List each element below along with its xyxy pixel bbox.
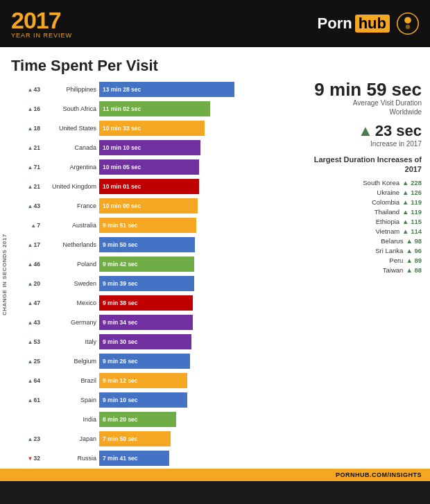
- country-name: Canada: [42, 144, 99, 151]
- largest-box: Largest Duration Increases of 2017 South…: [305, 155, 422, 276]
- bar: 9 min 50 sec: [99, 237, 195, 252]
- country-name: United States: [42, 125, 99, 132]
- bar: 10 min 01 sec: [99, 179, 199, 194]
- avg-duration-block: 9 min 59 sec Average Visit Duration Worl…: [314, 80, 422, 116]
- bar-container: 13 min 28 sec: [99, 82, 234, 97]
- change-value: ▲17: [22, 241, 42, 248]
- footer: PORNHUB.COM/INSIGHTS: [0, 469, 430, 481]
- change-value: ▲61: [22, 397, 42, 403]
- change-value: ▲71: [22, 164, 42, 171]
- table-row: ▲7Australia9 min 51 sec: [22, 216, 234, 234]
- arrow-up-icon: ▲: [28, 145, 33, 151]
- bar-label: 10 min 10 sec: [99, 140, 200, 155]
- arrow-up-icon: ▲: [28, 320, 33, 326]
- largest-country-value: ▲ 114: [402, 227, 422, 235]
- country-name: Poland: [42, 261, 99, 268]
- table-row: ▲25Belgium9 min 26 sec: [22, 352, 234, 370]
- table-row: ▲43France10 min 00 sec: [22, 197, 234, 215]
- bar-container: 7 min 50 sec: [99, 431, 234, 446]
- largest-country-value: ▲ 126: [402, 189, 422, 196]
- list-item: Sri Lanka▲ 96: [305, 247, 422, 254]
- largest-title: Largest Duration Increases of 2017: [305, 155, 422, 175]
- arrow-up-icon: ▲: [28, 436, 33, 442]
- bar-label: 9 min 26 sec: [99, 354, 190, 369]
- brand-word1: Porn: [318, 15, 352, 33]
- change-value: ▲25: [22, 358, 42, 365]
- bar-container: 9 min 38 sec: [99, 295, 234, 311]
- change-value: ▲43: [22, 86, 42, 93]
- change-value: ▲7: [22, 222, 42, 229]
- brand-icon: [397, 12, 419, 35]
- bar-container: 10 min 01 sec: [99, 179, 234, 194]
- bar-label: 9 min 10 sec: [99, 392, 187, 408]
- largest-country-name: Thailand: [305, 208, 399, 216]
- bar-label: 9 min 12 sec: [99, 373, 187, 388]
- country-name: South Africa: [42, 105, 99, 112]
- bar-label: 9 min 39 sec: [99, 276, 194, 291]
- bar-container: 9 min 39 sec: [99, 276, 234, 291]
- bar-container: 9 min 10 sec: [99, 392, 234, 408]
- list-item: Taiwan▲ 88: [305, 266, 422, 274]
- bar: 10 min 00 sec: [99, 198, 198, 214]
- table-row: ▲71Argentina10 min 05 sec: [22, 158, 234, 176]
- change-value: ▲46: [22, 261, 42, 268]
- change-value: [22, 416, 42, 423]
- largest-country-value: ▲ 96: [406, 247, 422, 254]
- largest-country-value: ▲ 228: [402, 179, 422, 186]
- largest-country-name: Ethiopia: [305, 218, 399, 225]
- largest-country-name: South Korea: [305, 179, 399, 186]
- country-name: Sweden: [42, 280, 99, 287]
- bar-label: 10 min 01 sec: [99, 179, 199, 194]
- country-name: Australia: [42, 222, 99, 229]
- bar-label: 10 min 05 sec: [99, 159, 199, 175]
- right-panel: 9 min 59 sec Average Visit Duration Worl…: [300, 80, 430, 276]
- change-value: ▲23: [22, 435, 42, 442]
- bar: 9 min 34 sec: [99, 315, 193, 330]
- largest-country-name: Taiwan: [305, 266, 403, 274]
- bar-label: 7 min 50 sec: [99, 431, 171, 446]
- largest-country-name: Sri Lanka: [305, 247, 403, 254]
- bar-container: 11 min 02 sec: [99, 101, 234, 116]
- table-row: ▲18United States10 min 33 sec: [22, 119, 234, 137]
- country-name: Italy: [42, 338, 99, 345]
- arrow-up-icon: ▲: [28, 164, 33, 171]
- bar: 10 min 33 sec: [99, 121, 205, 136]
- bar-label: 8 min 20 sec: [99, 412, 176, 427]
- y-axis-label: CHANGE IN SECONDS 2017: [0, 80, 9, 469]
- arrow-down-icon: ▼: [28, 455, 33, 462]
- largest-country-value: ▲ 88: [406, 266, 422, 274]
- country-name: Spain: [42, 397, 99, 403]
- table-row: ▲21Canada10 min 10 sec: [22, 139, 234, 157]
- bar-label: 10 min 00 sec: [99, 198, 198, 214]
- bar-container: 9 min 12 sec: [99, 373, 234, 388]
- country-name: Netherlands: [42, 241, 99, 248]
- table-row: ▲20Sweden9 min 39 sec: [22, 275, 234, 293]
- country-name: India: [42, 416, 99, 423]
- table-row: ▲47Mexico9 min 38 sec: [22, 294, 234, 312]
- svg-point-2: [406, 25, 410, 29]
- table-row: ▼32Russia7 min 41 sec: [22, 449, 234, 467]
- arrow-up-icon: ▲: [28, 339, 33, 345]
- arrow-up-icon: ▲: [28, 300, 33, 306]
- change-value: ▲18: [22, 125, 42, 132]
- country-name: Philippines: [42, 86, 99, 93]
- largest-country-name: Peru: [305, 257, 403, 264]
- chart-area: CHANGE IN SECONDS 2017 ▲43Philippines13 …: [0, 80, 300, 469]
- arrow-up-icon: ▲: [28, 358, 33, 365]
- year-subtitle: year in review: [11, 32, 72, 39]
- svg-point-1: [404, 17, 411, 24]
- bar: 9 min 51 sec: [99, 218, 196, 233]
- arrow-up-icon: ▲: [28, 125, 33, 132]
- arrow-up-icon: ▲: [28, 281, 33, 287]
- largest-country-name: Belarus: [305, 237, 403, 245]
- bar: 11 min 02 sec: [99, 101, 210, 116]
- list-item: Ethiopia▲ 115: [305, 218, 422, 225]
- list-item: Belarus▲ 98: [305, 237, 422, 245]
- brand-logo: Porn hub: [318, 12, 419, 35]
- bar-container: 9 min 42 sec: [99, 257, 234, 272]
- arrow-up-icon: ▲: [28, 87, 33, 93]
- bar-label: 13 min 28 sec: [99, 82, 234, 97]
- table-row: ▲46Poland9 min 42 sec: [22, 255, 234, 273]
- country-name: Germany: [42, 319, 99, 326]
- bar-container: 10 min 00 sec: [99, 198, 234, 214]
